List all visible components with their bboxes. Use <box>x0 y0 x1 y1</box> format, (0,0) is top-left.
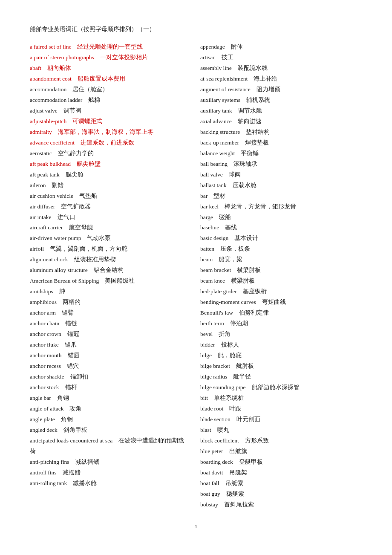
entry-chinese: 伯努利定律 <box>233 309 269 316</box>
entry-chinese: 角钢 <box>51 395 69 401</box>
list-item: artisan 技工 <box>200 52 362 63</box>
list-item: air intake 进气口 <box>30 212 187 223</box>
list-item: barge 驳船 <box>200 212 362 223</box>
entry-english: bar <box>200 193 208 199</box>
entry-chinese: 垫衬结构 <box>240 129 270 135</box>
entry-english: angled deck <box>30 427 58 433</box>
list-item: adjust valve 调节阀 <box>30 106 187 116</box>
list-item: a pair of stereo photographs 一对立体投影相片 <box>30 52 187 63</box>
entry-english: basic design <box>200 235 228 241</box>
list-item: bilge bracket 舭肘板 <box>200 361 362 372</box>
list-item: boarding deck 登艇甲板 <box>200 457 362 468</box>
entry-chinese: 角钢 <box>55 416 73 422</box>
list-item: adjustable-pitch 可调螺距式 <box>30 116 187 127</box>
entry-english: at-sea replenishment <box>200 75 248 82</box>
list-item: anchor chain 锚链 <box>30 318 187 329</box>
entry-english: anchor crown <box>30 331 61 337</box>
entry-english: bitt <box>200 395 208 401</box>
list-item: bilge 舭，舱底 <box>200 350 362 361</box>
entry-english: aircraft carrier <box>30 224 63 231</box>
entry-chinese: 可调螺距式 <box>66 118 102 124</box>
entry-chinese: 型材 <box>208 193 225 199</box>
entry-english: angle bar <box>30 395 51 401</box>
entry-chinese: 叶元剖面 <box>231 416 260 422</box>
entry-chinese: 出航旗 <box>223 448 247 454</box>
entry-chinese: 基座纵桁 <box>237 288 267 295</box>
list-item: aft peak tank 艉尖舱 <box>30 170 187 180</box>
entry-english: anchor fluke <box>30 341 59 348</box>
entry-english: anticipated loads encountered at sea <box>30 437 112 444</box>
entry-english: back-up member <box>200 139 239 146</box>
entry-chinese: 附体 <box>225 43 243 50</box>
entry-chinese: 减摇鳍 <box>57 469 81 476</box>
list-item: angle plate 角钢 <box>30 414 187 425</box>
list-item: bevel 折角 <box>200 329 362 340</box>
entry-chinese: 舭半径 <box>227 373 251 380</box>
entry-english: baseline <box>200 224 219 231</box>
entry-chinese: 稳艇索 <box>220 491 244 497</box>
list-item: ballast tank 压载水舱 <box>200 180 362 191</box>
entry-english: alignment chock <box>30 256 68 263</box>
entry-english: adjust valve <box>30 107 58 114</box>
entry-english: advance coefficient <box>30 139 75 146</box>
page-title: 船舶专业英语词汇（按照字母顺序排列）（一） <box>30 26 362 33</box>
entry-chinese: 锚冠 <box>61 331 79 337</box>
entry-english: angle plate <box>30 416 55 422</box>
list-item: blast 喷丸 <box>200 425 362 436</box>
entry-chinese: 折角 <box>213 331 231 337</box>
entry-chinese: 气动水泵 <box>81 235 111 241</box>
entry-english: anchor mouth <box>30 352 62 358</box>
entry-chinese: 锚卸扣 <box>64 373 88 380</box>
list-item: beam bracket 横梁肘板 <box>200 265 362 276</box>
entry-chinese: 铝合金结构 <box>88 267 124 273</box>
entry-chinese: 航空母舰 <box>63 224 93 231</box>
list-item: angle bar 角钢 <box>30 393 187 404</box>
entry-english: beam bracket <box>200 267 231 273</box>
entry-chinese: 压条，板条 <box>214 246 250 252</box>
list-item: abandonment cost 船舶废置成本费用 <box>30 74 187 84</box>
list-item: batten 压条，板条 <box>200 244 362 254</box>
entry-english: bilge radius <box>200 373 227 380</box>
list-item: auxiliary tank 调节水舱 <box>200 106 362 116</box>
list-item: bar 型材 <box>200 191 362 202</box>
entry-chinese: 横梁肘板 <box>231 267 261 273</box>
entry-chinese: 海上补给 <box>248 75 277 82</box>
entry-english: artisan <box>200 54 216 61</box>
entry-chinese: 居住（舱室） <box>66 86 108 92</box>
list-item: aft peak bulkhead 艉尖舱壁 <box>30 159 187 170</box>
list-item: balance weight 平衡锤 <box>200 148 362 159</box>
list-item: axial advance 轴向进速 <box>200 116 362 127</box>
list-item: angle of attack 攻角 <box>30 404 187 414</box>
entry-english: abandonment cost <box>30 75 72 82</box>
list-item: back-up member 焊接垫板 <box>200 138 362 148</box>
list-item: air-driven water pump 气动水泵 <box>30 233 187 244</box>
entry-chinese: 单柱系缆桩 <box>208 395 244 401</box>
entry-english: batten <box>200 246 214 252</box>
list-item: boat davit 吊艇架 <box>200 468 362 478</box>
list-item: advance coefficient 进速系数，前进系数 <box>30 138 187 148</box>
entry-english: ballast tank <box>200 182 227 188</box>
list-item: ball bearing 滚珠轴承 <box>200 159 362 170</box>
entry-chinese: 装配流水线 <box>232 65 268 71</box>
entry-chinese: 攻角 <box>63 405 81 412</box>
entry-english: admiralty <box>30 129 52 135</box>
list-item: American Bureau of Shipping 美国船级社 <box>30 276 187 286</box>
entry-english: bevel <box>200 331 213 337</box>
list-item: appendage 附体 <box>200 42 362 52</box>
list-item: bidder 投标人 <box>200 340 362 350</box>
list-item: antiroll fins 减摇鳍 <box>30 468 187 478</box>
entry-chinese: 吊艇索 <box>219 480 243 486</box>
entry-english: boat davit <box>200 469 223 476</box>
list-item: blade section 叶元剖面 <box>200 414 362 425</box>
entry-chinese: 基线 <box>219 224 237 231</box>
entry-english: aileron <box>30 182 46 188</box>
list-item: anticipated loads encountered at sea 在波浪… <box>30 436 187 457</box>
entry-chinese: 压载水舱 <box>227 182 257 188</box>
entry-chinese: 方形系数 <box>239 437 269 444</box>
entry-chinese: 两栖的 <box>57 299 81 305</box>
entry-chinese: 美国船级社 <box>99 278 135 284</box>
list-item: airfoil 气翼，翼剖面，机面，方向舵 <box>30 244 187 254</box>
list-item: berth term 停泊期 <box>200 318 362 329</box>
entry-english: axial advance <box>200 118 232 124</box>
entry-english: Benoulli's law <box>200 309 233 316</box>
